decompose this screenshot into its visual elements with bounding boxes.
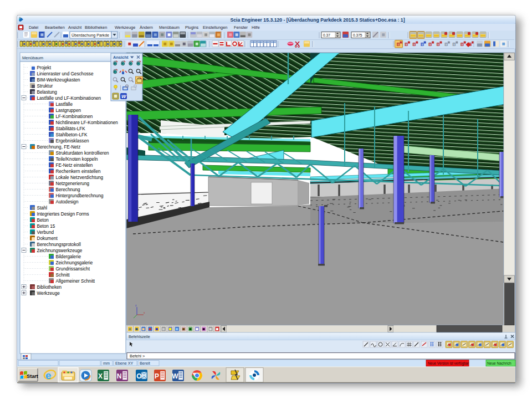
svg-text:Berechnung: Berechnung xyxy=(56,187,81,192)
svg-text:Integriertes Design Forms: Integriertes Design Forms xyxy=(37,212,89,217)
svg-text:Plugins: Plugins xyxy=(185,25,199,30)
svg-text:Befehl >: Befehl > xyxy=(130,354,145,359)
svg-text:Neue Version ist verfügbar: Neue Version ist verfügbar xyxy=(428,361,469,366)
svg-text:Strukturdaten kontrollieren: Strukturdaten kontrollieren xyxy=(56,151,109,156)
svg-text:Teile/Knoten koppeln: Teile/Knoten koppeln xyxy=(56,157,98,162)
svg-text:B: B xyxy=(412,42,416,47)
svg-text:Stabilitäts-LFK: Stabilitäts-LFK xyxy=(56,126,86,131)
svg-text:Belastung: Belastung xyxy=(37,90,58,95)
svg-text:Datei: Datei xyxy=(29,25,39,30)
svg-text:0.37: 0.37 xyxy=(323,33,330,37)
svg-text:Berechnung, FE-Netz: Berechnung, FE-Netz xyxy=(37,145,81,150)
svg-text:Ergebnisklassen: Ergebnisklassen xyxy=(56,139,90,144)
svg-text:Bibliotheken: Bibliotheken xyxy=(37,285,62,290)
svg-text:Grundrissansicht: Grundrissansicht xyxy=(56,267,90,272)
svg-text:FE-Netz einstellen: FE-Netz einstellen xyxy=(56,163,93,168)
svg-text:Lastgruppen: Lastgruppen xyxy=(56,108,81,113)
svg-text:X: X xyxy=(98,372,103,380)
svg-text:Schnitt: Schnitt xyxy=(56,273,70,278)
svg-text:0.375: 0.375 xyxy=(353,33,362,37)
svg-text:Ebene XY: Ebene XY xyxy=(115,361,134,366)
svg-text:Zeichnungsgalerie: Zeichnungsgalerie xyxy=(56,260,93,265)
svg-text:Hintergrundberechnung: Hintergrundberechnung xyxy=(56,193,104,198)
svg-text:Ändern: Ändern xyxy=(140,25,153,30)
svg-text:mm: mm xyxy=(103,361,110,366)
svg-text:Lastfälle und LF-Kombinationen: Lastfälle und LF-Kombinationen xyxy=(37,96,101,101)
svg-text:Ansicht: Ansicht xyxy=(113,55,129,60)
svg-text:Allgemeiner Schnitt: Allgemeiner Schnitt xyxy=(56,279,95,284)
svg-text:Lastfälle: Lastfälle xyxy=(56,102,73,107)
svg-text:Stahl: Stahl xyxy=(37,206,48,211)
svg-text:Berechnungsprotokoll: Berechnungsprotokoll xyxy=(37,242,81,247)
svg-text:Werkzeuge: Werkzeuge xyxy=(37,291,60,296)
svg-text:Bereit: Bereit xyxy=(140,361,150,366)
svg-text:Beton 15: Beton 15 xyxy=(37,224,55,229)
svg-text:B: B xyxy=(397,42,401,47)
svg-text:B: B xyxy=(444,42,448,47)
svg-text:Beton: Beton xyxy=(37,218,49,223)
svg-text:Bibliotheken: Bibliotheken xyxy=(85,25,107,30)
svg-text:Einstellungen: Einstellungen xyxy=(203,25,227,30)
svg-text:Verbund: Verbund xyxy=(37,230,54,235)
svg-text:B: B xyxy=(452,42,456,47)
svg-text:Autodesign: Autodesign xyxy=(56,200,79,204)
svg-text:Hilfe: Hilfe xyxy=(252,25,260,30)
svg-text:Scia Engineer 15.3.120 - [Über: Scia Engineer 15.3.120 - [Überdachung Pa… xyxy=(230,17,405,23)
svg-text:B: B xyxy=(421,42,424,47)
svg-text:Start: Start xyxy=(27,374,38,379)
svg-text:Nichtlineare LF-Kombinationen: Nichtlineare LF-Kombinationen xyxy=(56,120,119,125)
svg-text:Rechenkern einstellen: Rechenkern einstellen xyxy=(56,169,101,174)
svg-text:Struktur: Struktur xyxy=(37,84,53,89)
svg-text:Bildergalerie: Bildergalerie xyxy=(56,254,81,259)
svg-text:Stahlbeton-LFK: Stahlbeton-LFK xyxy=(56,132,88,137)
svg-text:Menübaum: Menübaum xyxy=(22,55,43,60)
svg-text:Menübaum: Menübaum xyxy=(159,25,180,30)
svg-text:O: O xyxy=(136,372,141,380)
svg-text:Lokale Netzverdichtung: Lokale Netzverdichtung xyxy=(56,175,104,180)
svg-text:Bearbeiten: Bearbeiten xyxy=(45,25,65,30)
svg-text:Werkzeuge: Werkzeuge xyxy=(115,25,135,30)
svg-text:Überdachung Parkde: Überdachung Parkde xyxy=(71,33,109,38)
svg-text:B: B xyxy=(428,42,432,47)
svg-text:W: W xyxy=(172,372,178,380)
svg-text:LF-Kombinationen: LF-Kombinationen xyxy=(56,114,93,119)
svg-text:B: B xyxy=(461,42,464,47)
svg-text:Neue Nachrich: Neue Nachrich xyxy=(487,361,511,365)
svg-text:Dokument: Dokument xyxy=(37,236,58,241)
svg-text:P: P xyxy=(155,372,159,380)
svg-text:BIM-Werkzeugkasten: BIM-Werkzeugkasten xyxy=(37,78,81,83)
svg-text:B: B xyxy=(405,42,408,47)
svg-text:Netzgenerierung: Netzgenerierung xyxy=(56,181,90,186)
svg-text:Fenster: Fenster xyxy=(234,25,248,30)
svg-text:Projekt: Projekt xyxy=(37,65,52,70)
svg-text:N: N xyxy=(117,372,122,380)
svg-text:Ansicht: Ansicht xyxy=(68,25,81,30)
svg-text:Linienraster und Geschosse: Linienraster und Geschosse xyxy=(37,71,94,76)
svg-text:B: B xyxy=(437,42,441,47)
svg-text:Zeichnungswerkzeuge: Zeichnungswerkzeuge xyxy=(37,248,83,253)
svg-text:e: e xyxy=(45,370,52,381)
svg-text:Befehlszeile: Befehlszeile xyxy=(129,334,150,339)
